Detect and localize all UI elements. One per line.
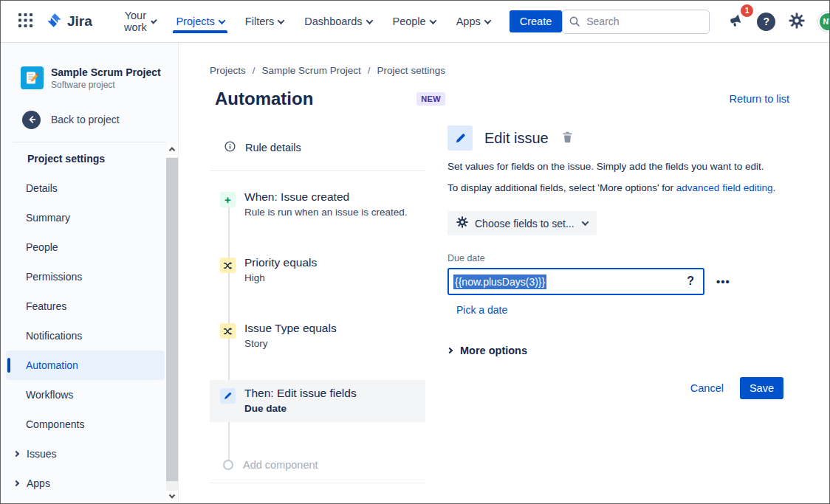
chevron-right-icon <box>13 450 19 456</box>
step-issue-type-equals[interactable]: Issue Type equals Story <box>210 322 425 349</box>
search-icon <box>569 15 580 27</box>
sidebar-item-apps[interactable]: Apps <box>1 469 178 498</box>
due-date-label: Due date <box>447 253 783 263</box>
chevron-right-icon <box>447 348 453 353</box>
nav-your-work[interactable]: Your work <box>113 10 166 33</box>
pencil-icon <box>220 388 236 404</box>
gear-icon <box>456 216 468 230</box>
jira-logo[interactable]: Jira <box>46 12 92 32</box>
sidebar-item-details[interactable]: Details <box>1 173 178 203</box>
sidebar-item-people[interactable]: People <box>1 232 178 262</box>
nav-projects[interactable]: Projects <box>165 10 234 33</box>
scrollbar-down-button[interactable] <box>166 491 178 503</box>
scrollbar-up-button[interactable] <box>166 145 178 157</box>
chevron-right-icon <box>13 480 19 486</box>
step-then-edit-issue-fields[interactable]: Then: Edit issue fields Due date <box>210 380 425 422</box>
user-avatar[interactable]: NV <box>818 12 830 32</box>
panel-description: Set values for fields on the issue. Simp… <box>447 161 783 172</box>
new-badge: NEW <box>416 92 445 106</box>
breadcrumb-projects[interactable]: Projects <box>210 65 246 76</box>
selected-indicator <box>7 358 10 373</box>
active-tab-underline <box>173 30 227 33</box>
chevron-down-icon <box>581 218 589 226</box>
search-box <box>562 10 710 34</box>
chevron-down-icon <box>484 17 491 24</box>
question-mark-icon: ? <box>763 15 769 27</box>
save-button[interactable]: Save <box>740 377 783 399</box>
flow-bottom-divider <box>210 483 425 483</box>
notepad-pencil-icon <box>24 70 40 86</box>
advanced-field-editing-link[interactable]: advanced field editing <box>676 182 773 193</box>
menu-header-project-settings: Project settings <box>1 144 178 173</box>
chevron-up-icon <box>169 147 175 153</box>
project-sidebar: Sample Scrum Project Software project Ba… <box>1 43 179 503</box>
sidebar-item-workflows[interactable]: Workflows <box>1 380 178 410</box>
megaphone-icon <box>727 13 744 31</box>
jira-window: Jira Your work Projects Filters Dashboar… <box>0 0 830 504</box>
nav-dashboards[interactable]: Dashboards <box>294 10 382 33</box>
search-input[interactable] <box>562 10 710 34</box>
chevron-down-icon <box>218 17 225 24</box>
breadcrumb: Projects / Sample Scrum Project / Projec… <box>210 65 789 76</box>
pick-a-date-link[interactable]: Pick a date <box>456 304 507 316</box>
breadcrumb-project[interactable]: Sample Scrum Project <box>262 65 361 76</box>
sidebar-item-issues[interactable]: Issues <box>1 439 178 469</box>
field-help-button[interactable]: ? <box>687 275 694 288</box>
branch-condition-icon <box>220 323 236 339</box>
sidebar-item-permissions[interactable]: Permissions <box>1 262 178 291</box>
create-button[interactable]: Create <box>510 10 563 32</box>
step-priority-equals[interactable]: Priority equals High <box>210 256 425 283</box>
add-component-button[interactable]: Add component <box>210 459 425 471</box>
gear-icon <box>789 13 805 31</box>
project-name: Sample Scrum Project <box>51 66 161 80</box>
chevron-down-icon <box>429 17 436 24</box>
selected-input-text: {{now.plusDays(3)}} <box>453 275 546 289</box>
help-button[interactable]: ? <box>757 13 775 31</box>
main-content: Projects / Sample Scrum Project / Projec… <box>179 43 829 503</box>
chevron-down-icon <box>278 17 285 24</box>
scrollbar-thumb[interactable] <box>166 158 178 481</box>
sidebar-item-components[interactable]: Components <box>1 410 178 439</box>
due-date-input[interactable]: {{now.plusDays(3)}} ? <box>447 268 704 295</box>
grid-icon <box>18 13 32 30</box>
nav-filters[interactable]: Filters <box>235 10 294 33</box>
project-type: Software project <box>51 80 161 90</box>
delete-action-button[interactable] <box>562 131 573 145</box>
sidebar-item-summary[interactable]: Summary <box>1 203 178 232</box>
field-more-menu-button[interactable]: ••• <box>716 275 730 288</box>
edit-issue-panel: Edit issue Set values for field <box>447 125 783 483</box>
breadcrumb-project-settings[interactable]: Project settings <box>377 65 445 76</box>
top-navbar: Jira Your work Projects Filters Dashboar… <box>1 1 829 43</box>
panel-title: Edit issue <box>484 130 549 147</box>
return-to-list-link[interactable]: Return to list <box>730 93 789 105</box>
more-options-expander[interactable]: More options <box>447 345 527 356</box>
primary-nav: Your work Projects Filters Dashboards Pe… <box>113 10 501 33</box>
chevron-down-icon <box>151 17 157 23</box>
back-arrow-icon <box>22 111 41 129</box>
empty-circle-icon <box>223 460 233 470</box>
rule-flow-panel: Rule details + When: Issue created Rule … <box>210 125 425 483</box>
project-header: Sample Scrum Project Software project <box>1 66 178 90</box>
page-title: Automation <box>215 89 313 109</box>
notification-count-badge: 1 <box>741 4 753 17</box>
rule-details-item[interactable]: Rule details <box>210 140 425 155</box>
trash-icon <box>562 131 573 145</box>
choose-fields-dropdown[interactable]: Choose fields to set... <box>447 211 597 235</box>
step-when-issue-created[interactable]: + When: Issue created Rule is run when a… <box>210 190 425 218</box>
sidebar-item-notifications[interactable]: Notifications <box>1 321 178 351</box>
settings-button[interactable] <box>786 10 808 34</box>
branch-condition-icon <box>220 258 236 273</box>
cancel-button[interactable]: Cancel <box>690 382 724 394</box>
sidebar-item-features[interactable]: Features <box>1 291 178 321</box>
sidebar-scrollbar[interactable] <box>166 145 178 503</box>
logo-text: Jira <box>67 13 92 30</box>
nav-people[interactable]: People <box>383 10 446 33</box>
chevron-down-icon <box>169 491 175 497</box>
back-to-project-link[interactable]: Back to project <box>1 111 178 129</box>
sidebar-item-automation[interactable]: Automation <box>6 351 165 380</box>
panel-description-2: To display additional fields, select 'Mo… <box>447 182 783 193</box>
app-switcher-button[interactable] <box>16 10 35 32</box>
settings-menu: Project settings Details Summary People … <box>1 142 178 498</box>
nav-apps[interactable]: Apps <box>446 10 501 33</box>
jira-logo-icon <box>46 12 63 32</box>
